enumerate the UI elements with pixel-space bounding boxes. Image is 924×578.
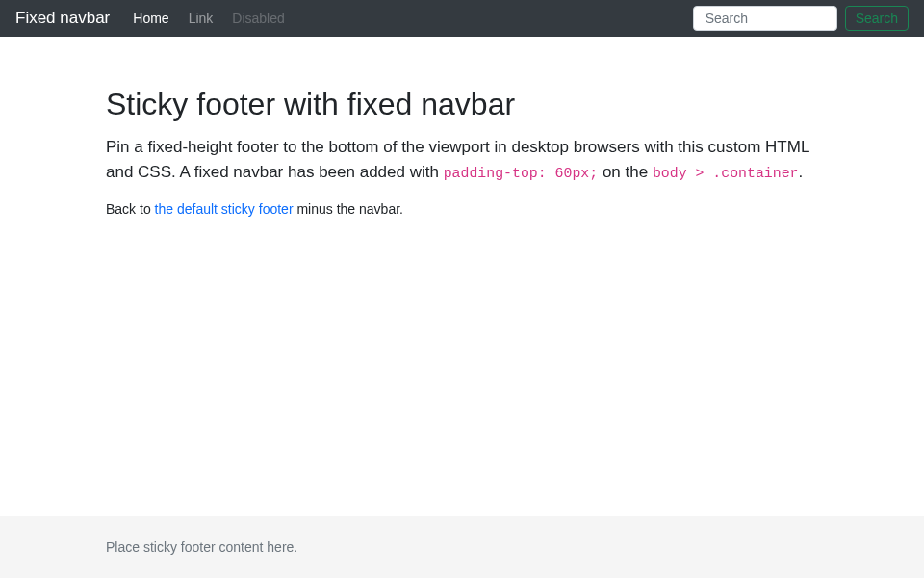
lead-code-2: body > .container — [653, 166, 799, 181]
nav-item-home: Home — [125, 1, 176, 37]
nav-item-link: Link — [181, 1, 221, 37]
nav-link-disabled: Disabled — [224, 1, 292, 37]
navbar: Fixed navbar Home Link Disabled Search — [0, 0, 924, 37]
lead-text-2: on the — [598, 163, 653, 181]
nav-link-link[interactable]: Link — [181, 1, 221, 37]
search-input[interactable] — [693, 6, 837, 31]
lead-paragraph: Pin a fixed-height footer to the bottom … — [106, 135, 818, 184]
footer-container: Place sticky footer content here. — [106, 536, 818, 559]
back-text-2: minus the navbar. — [294, 201, 403, 217]
back-link[interactable]: the default sticky footer — [155, 201, 294, 217]
search-form: Search — [693, 6, 909, 31]
footer-text: Place sticky footer content here. — [106, 539, 297, 555]
lead-text-3: . — [798, 163, 803, 181]
main-content: Sticky footer with fixed navbar Pin a fi… — [0, 0, 924, 516]
search-button[interactable]: Search — [845, 6, 909, 31]
back-paragraph: Back to the default sticky footer minus … — [106, 199, 818, 220]
footer: Place sticky footer content here. — [0, 516, 924, 578]
nav-link-home[interactable]: Home — [125, 1, 176, 37]
navbar-nav: Home Link Disabled — [125, 1, 692, 37]
back-text-1: Back to — [106, 201, 155, 217]
nav-item-disabled: Disabled — [224, 1, 292, 37]
lead-code-1: padding-top: 60px; — [444, 166, 599, 181]
container: Sticky footer with fixed navbar Pin a fi… — [106, 58, 818, 235]
page-title: Sticky footer with fixed navbar — [106, 81, 818, 127]
navbar-brand[interactable]: Fixed navbar — [15, 6, 110, 31]
